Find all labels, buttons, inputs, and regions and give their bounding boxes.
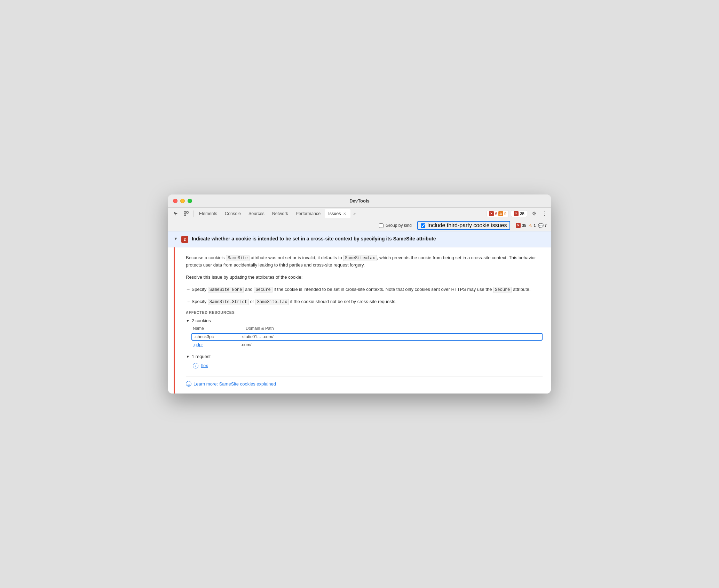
cookie-row-2: -gdpr .com/ bbox=[191, 341, 543, 348]
warning-count: 9 bbox=[504, 212, 506, 216]
t2-warning-count: 1 bbox=[534, 223, 536, 228]
window-title: DevTools bbox=[349, 198, 370, 204]
issue-title: Indicate whether a cookie is intended to… bbox=[192, 236, 436, 243]
t2-warning-icon: ⚠ bbox=[528, 223, 532, 228]
requests-arrow: ▼ bbox=[186, 355, 190, 359]
titlebar: DevTools bbox=[168, 194, 551, 208]
code-samesite-strict: SameSite=Strict bbox=[208, 299, 249, 305]
maximize-button[interactable] bbox=[188, 199, 192, 203]
more-options-button[interactable]: ⋮ bbox=[540, 209, 548, 218]
affected-resources-label: AFFECTED RESOURCES bbox=[186, 310, 543, 315]
include-third-party-wrapper: Include third-party cookie issues bbox=[417, 221, 511, 230]
toolbar-right: ✕ 6 ⚠ 9 ✕ 35 ⚙ ⋮ bbox=[487, 209, 548, 218]
tab-network[interactable]: Network bbox=[269, 209, 292, 218]
learn-more-icon: → bbox=[186, 381, 191, 387]
cookie2-domain: .com/ bbox=[241, 342, 252, 347]
code-samesite-none: SameSite=None bbox=[208, 287, 244, 293]
code-samesite-lax: SameSite=Lax bbox=[343, 255, 377, 261]
issue-description-2: Resolve this issue by updating the attri… bbox=[186, 274, 543, 281]
code-secure: Secure bbox=[254, 287, 272, 293]
tab-elements[interactable]: Elements bbox=[196, 209, 221, 218]
issue-bullet-2: → Specify SameSite=Strict or SameSite=La… bbox=[186, 298, 543, 305]
issue-description-1: Because a cookie's SameSite attribute wa… bbox=[186, 254, 543, 269]
request-row-1: ↓ flex bbox=[191, 362, 543, 370]
main-toolbar: Elements Console Sources Network Perform… bbox=[168, 208, 551, 220]
code-secure-2: Secure bbox=[493, 287, 512, 293]
t2-info-count: 7 bbox=[545, 223, 547, 228]
svg-rect-1 bbox=[187, 212, 188, 213]
traffic-lights bbox=[173, 199, 192, 203]
tab-performance[interactable]: Performance bbox=[292, 209, 324, 218]
content-area: ▼ 2 Indicate whether a cookie is intende… bbox=[168, 231, 551, 394]
cursor-tool-button[interactable] bbox=[171, 209, 181, 218]
code-samesite: SameSite bbox=[226, 255, 250, 261]
issue-expand-arrow[interactable]: ▼ bbox=[174, 236, 178, 241]
requests-count: 1 request bbox=[192, 354, 211, 359]
inspect-tool-button[interactable] bbox=[181, 209, 191, 218]
tab-sources[interactable]: Sources bbox=[245, 209, 268, 218]
issues-error-icon: ✕ bbox=[514, 211, 519, 216]
cursor-icon bbox=[173, 211, 178, 216]
devtools-window: DevTools Elements Console Sources Networ… bbox=[168, 194, 551, 394]
request-icon: ↓ bbox=[193, 363, 198, 368]
svg-rect-2 bbox=[184, 214, 186, 216]
group-by-kind-checkbox[interactable] bbox=[379, 223, 384, 228]
issue-body: Because a cookie's SameSite attribute wa… bbox=[174, 247, 551, 394]
cookie2-name[interactable]: -gdpr bbox=[193, 342, 238, 347]
code-samesite-lax-2: SameSite=Lax bbox=[255, 299, 289, 305]
t2-warning-badge: ⚠ 1 bbox=[528, 223, 536, 228]
col-name: Name bbox=[193, 326, 204, 331]
warning-icon: ⚠ bbox=[498, 211, 503, 216]
cookies-header[interactable]: ▼ 2 cookies bbox=[186, 318, 543, 323]
cookies-arrow: ▼ bbox=[186, 319, 190, 323]
t2-error-badge: ✕ 35 bbox=[516, 223, 526, 228]
col-domain: Domain & Path bbox=[246, 326, 274, 331]
issues-count: 35 bbox=[520, 212, 524, 216]
cookies-table: Name Domain & Path .check3pc static01.….… bbox=[191, 326, 543, 348]
error-count: 6 bbox=[495, 212, 497, 216]
learn-more-section: → Learn more: SameSite cookies explained bbox=[186, 376, 543, 387]
tab-console[interactable]: Console bbox=[221, 209, 244, 218]
issue-header: ▼ 2 Indicate whether a cookie is intende… bbox=[168, 231, 551, 247]
filter-toolbar: Group by kind Include third-party cookie… bbox=[168, 220, 551, 231]
issue-bullet-1: → Specify SameSite=None and Secure if th… bbox=[186, 286, 543, 293]
cookies-table-header: Name Domain & Path bbox=[191, 326, 543, 331]
group-by-kind-label[interactable]: Group by kind bbox=[379, 223, 412, 228]
svg-rect-0 bbox=[184, 212, 186, 213]
minimize-button[interactable] bbox=[180, 199, 185, 203]
t2-error-count: 35 bbox=[522, 223, 526, 228]
cookies-count: 2 cookies bbox=[192, 318, 211, 323]
cookie1-name: .check3pc bbox=[194, 334, 239, 339]
requests-section: ▼ 1 request ↓ flex bbox=[186, 354, 543, 370]
inspect-icon bbox=[184, 211, 189, 216]
request-name[interactable]: flex bbox=[201, 363, 208, 368]
cookie-row-1: .check3pc static01.….com/ bbox=[191, 333, 543, 341]
tab-issues[interactable]: Issues ✕ bbox=[325, 209, 350, 218]
cookie1-domain: static01.….com/ bbox=[242, 334, 274, 339]
close-button[interactable] bbox=[173, 199, 177, 203]
more-tabs-button[interactable]: » bbox=[351, 210, 358, 217]
include-third-party-checkbox[interactable] bbox=[421, 223, 425, 228]
toolbar-separator bbox=[193, 210, 193, 217]
cookies-section: ▼ 2 cookies Name Domain & Path .check3pc… bbox=[186, 318, 543, 348]
learn-more-text: Learn more: SameSite cookies explained bbox=[193, 381, 276, 387]
issues-count-badge: ✕ 35 bbox=[511, 210, 527, 217]
settings-button[interactable]: ⚙ bbox=[529, 209, 538, 218]
count-badges-right: ✕ 35 ⚠ 1 💬 7 bbox=[516, 223, 547, 228]
t2-info-icon: 💬 bbox=[538, 223, 544, 228]
requests-table: ↓ flex bbox=[191, 362, 543, 370]
t2-info-badge: 💬 7 bbox=[538, 223, 547, 228]
error-icon: ✕ bbox=[489, 211, 494, 216]
t2-error-icon: ✕ bbox=[516, 223, 521, 228]
tab-issues-close[interactable]: ✕ bbox=[342, 212, 347, 216]
error-warning-badge: ✕ 6 ⚠ 9 bbox=[487, 210, 509, 217]
requests-header[interactable]: ▼ 1 request bbox=[186, 354, 543, 359]
issue-count-badge: 2 bbox=[181, 236, 188, 243]
learn-more-link[interactable]: → Learn more: SameSite cookies explained bbox=[186, 381, 543, 387]
affected-resources-section: AFFECTED RESOURCES ▼ 2 cookies Name Doma… bbox=[186, 310, 543, 370]
